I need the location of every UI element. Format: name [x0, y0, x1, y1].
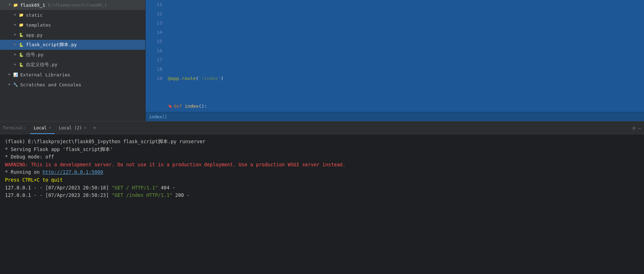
- sidebar-item-app-py[interactable]: 🐍 app.py: [0, 30, 145, 40]
- kw-def: def: [174, 102, 185, 111]
- terminal-settings-icon[interactable]: ⚙: [632, 125, 635, 131]
- terminal-tabs: Terminal: Local ✕ Local (2) ✕ + ⚙ —: [0, 122, 644, 134]
- terminal-area: Terminal: Local ✕ Local (2) ✕ + ⚙ — (fla…: [0, 121, 644, 274]
- sidebar-path-flask05_1: E:\flaskproject\flask05_1: [48, 3, 107, 7]
- breadcrumb-text: index(): [149, 114, 167, 119]
- terminal-tab-label-local2: Local (2): [59, 125, 82, 130]
- sidebar-label-external-libraries: External Libraries: [20, 72, 70, 77]
- terminal-actions: ⚙ —: [632, 125, 641, 131]
- term-line-debug: * Debug mode: off: [5, 153, 639, 161]
- terminal-content[interactable]: (flask) E:\flaskproject\flask05_1>python…: [0, 134, 644, 274]
- sidebar-label-custom-signal-py: 自定义信号.py: [26, 61, 57, 68]
- sidebar-item-external-libraries[interactable]: 📊 External Libraries: [0, 70, 145, 80]
- code-parens-fn: ():: [198, 102, 207, 111]
- sidebar-item-signal-py[interactable]: 🐍 信号.py: [0, 50, 145, 60]
- tree-arrow-ext-lib: [7, 72, 12, 77]
- fn-name-index: index: [185, 102, 198, 111]
- term-line-log1: 127.0.0.1 - - [07/Apr/2023 20:50:18] "GE…: [5, 184, 639, 192]
- sidebar-label-flask-script: flask_script脚本.py: [26, 42, 77, 48]
- term-log-quoted-2: "GET /index HTTP/1.1": [112, 192, 173, 198]
- sidebar-label-flask05_1: flask05_1: [20, 2, 45, 8]
- line-numbers: 11 12 13 14 15 16 17 18 19: [146, 0, 165, 121]
- code-string-route: '/index': [198, 74, 221, 83]
- breadcrumb-bar: index(): [146, 112, 644, 121]
- term-line-log2: 127.0.0.1 - - [07/Apr/2023 20:50:23] "GE…: [5, 192, 639, 199]
- code-line-13: @app.route('/index'): [168, 74, 641, 83]
- sidebar-label-scratches: Scratches and Consoles: [20, 82, 81, 87]
- decorator-app-route: @app.route: [168, 74, 196, 83]
- sidebar-item-flask05_1[interactable]: 📁 flask05_1 E:\flaskproject\flask05_1: [0, 0, 145, 10]
- python-icon-signal-py: 🐍: [18, 52, 24, 58]
- code-line-14: 🔖 def index():: [168, 102, 641, 111]
- term-line-warning: WARNING: This is a development server. D…: [5, 161, 639, 169]
- tree-arrow-app-py: [13, 32, 18, 37]
- tree-arrow-static: [13, 12, 18, 17]
- sidebar-item-static[interactable]: 📁 static: [0, 10, 145, 20]
- tree-arrow-flask-script: [13, 42, 18, 47]
- code-line-12: [168, 46, 641, 55]
- folder-icon-flask05_1: 📁: [13, 2, 18, 8]
- sidebar-item-scratches[interactable]: 🔧 Scratches and Consoles: [0, 80, 145, 90]
- code-paren-close: ): [221, 74, 224, 83]
- python-icon-app-py: 🐍: [18, 32, 24, 38]
- editor-area: 11 12 13 14 15 16 17 18 19 @app.route('/…: [146, 0, 644, 121]
- code-paren-open: (: [196, 74, 198, 83]
- term-log-quoted-1: "GET / HTTP/1.1": [112, 185, 158, 190]
- terminal-tab-local2[interactable]: Local (2) ✕: [55, 122, 90, 134]
- sidebar-item-flask-script[interactable]: 🐍 flask_script脚本.py: [0, 40, 145, 50]
- python-icon-custom-signal-py: 🐍: [18, 62, 24, 68]
- sidebar: 📁 flask05_1 E:\flaskproject\flask05_1 📁 …: [0, 0, 146, 121]
- python-icon-flask-script: 🐍: [18, 42, 24, 48]
- terminal-tab-close-local2[interactable]: ✕: [84, 125, 87, 130]
- scratch-icon: 🔧: [13, 82, 18, 87]
- tree-arrow-custom-signal-py: [13, 62, 18, 67]
- sidebar-label-static: static: [26, 12, 43, 18]
- term-url-localhost[interactable]: http://127.0.0.1:5000: [43, 169, 103, 175]
- extlib-icon: 📊: [13, 72, 18, 77]
- folder-icon-templates: 📁: [18, 22, 24, 28]
- tree-arrow-signal-py: [13, 52, 18, 57]
- folder-icon-static: 📁: [18, 12, 24, 18]
- term-line-cmd: (flask) E:\flaskproject\flask05_1>python…: [5, 138, 639, 146]
- terminal-tab-close-local1[interactable]: ✕: [49, 125, 51, 130]
- terminal-tab-add[interactable]: +: [91, 124, 98, 131]
- terminal-minimize-icon[interactable]: —: [638, 125, 641, 131]
- term-line-quit: Press CTRL+C to quit: [5, 176, 639, 184]
- code-content[interactable]: @app.route('/index') 🔖 def index(): 🔖 re…: [165, 0, 644, 121]
- sidebar-item-templates[interactable]: 📁 templates: [0, 20, 145, 30]
- sidebar-label-app-py: app.py: [26, 32, 43, 38]
- sidebar-item-custom-signal-py[interactable]: 🐍 自定义信号.py: [0, 60, 145, 70]
- term-line-running: * Running on http://127.0.0.1:5000: [5, 168, 639, 176]
- sidebar-label-signal-py: 信号.py: [26, 52, 43, 58]
- tree-arrow-templates: [13, 22, 18, 27]
- tree-arrow-flask05_1: [7, 2, 12, 7]
- sidebar-label-templates: templates: [26, 22, 51, 28]
- term-line-serving: * Serving Flask app 'flask_script脚本': [5, 146, 639, 154]
- code-line-11: [168, 18, 641, 28]
- main-area: 📁 flask05_1 E:\flaskproject\flask05_1 📁 …: [0, 0, 644, 121]
- tree-arrow-scratches: [7, 82, 12, 87]
- terminal-tab-local1[interactable]: Local ✕: [30, 122, 55, 134]
- terminal-tab-label-local1: Local: [34, 125, 47, 130]
- terminal-label: Terminal:: [3, 125, 26, 130]
- bookmark-icon-14: 🔖: [168, 102, 172, 111]
